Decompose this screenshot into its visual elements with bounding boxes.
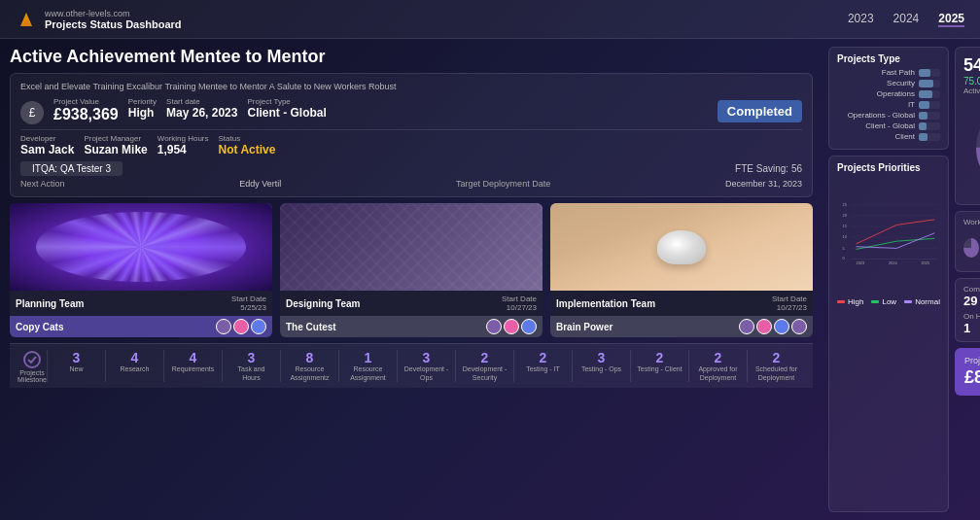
planning-start-date: 5/25/23	[240, 303, 266, 312]
year-2025[interactable]: 2025	[938, 12, 964, 27]
page-title: Active Achievement Mentee to Mentor	[10, 47, 813, 67]
bar-row-6: Client	[837, 132, 940, 141]
team-cards: Planning Team Start Date 5/25/23 Copy Ca…	[10, 203, 813, 337]
milestone-item-2: 4Requirements	[163, 350, 222, 382]
header: www.other-levels.com Projects Status Das…	[0, 0, 980, 39]
avatar-7	[739, 319, 754, 334]
avatar-3	[251, 319, 266, 334]
milestone-bar: Projects Milestone 3New4Research4Require…	[10, 343, 813, 388]
implementation-avatars	[739, 319, 807, 334]
svg-point-2	[24, 352, 40, 367]
designing-start-date: 10/27/23	[507, 303, 537, 312]
stats-grid: Completed 29 On Going 39 On Hold 1 Cance…	[955, 278, 980, 342]
start-date-label: Start date	[166, 97, 237, 106]
projects-value-card: Projects Values £80,361,252	[955, 348, 980, 396]
project-value-label: Project Value	[53, 97, 119, 106]
svg-text:15: 15	[843, 224, 847, 228]
header-url: www.other-levels.com	[45, 9, 182, 18]
legend-high: High	[837, 297, 863, 306]
bar-track-0	[919, 69, 940, 77]
bar-row-1: Security	[837, 79, 940, 87]
bar-fill-6	[919, 133, 928, 141]
bar-fill-4	[919, 112, 928, 120]
bar-track-6	[919, 133, 940, 141]
header-left: www.other-levels.com Projects Status Das…	[16, 9, 182, 30]
wh-title: Working Hours	[963, 218, 980, 226]
status-label: Status	[219, 134, 276, 143]
wh-row: 79,612 hrs. FTE Saving 11,376	[963, 230, 980, 265]
bars-container: Fast Path Security Operations IT Operati…	[837, 68, 940, 141]
design-graphic	[280, 203, 542, 291]
milestone-svg	[22, 350, 42, 369]
far-right-panel: 54 75.00% Active Projects 72 Total Proje…	[955, 39, 980, 520]
donut-container: 72 Total Projects	[972, 99, 980, 196]
left-panel: Active Achievement Mentee to Mentor Exce…	[0, 39, 822, 520]
main-content: Active Achievement Mentee to Mentor Exce…	[0, 39, 980, 520]
priorities-chart: 25 20 15 10 5 0 2023	[837, 177, 940, 294]
implementation-team-image	[550, 203, 813, 291]
hours-label: Working Hours	[158, 134, 209, 143]
priorities-title: Projects Priorities	[837, 162, 940, 173]
svg-text:5: 5	[843, 246, 845, 251]
developer-field: Developer Sam Jack	[20, 134, 74, 156]
avatar-1	[216, 319, 231, 334]
working-hours-card: Working Hours 79,612 hrs. FTE Saving 11,…	[955, 211, 980, 272]
start-date-field: Start date May 26, 2023	[166, 97, 237, 120]
middle-panel: Projects Type Fast Path Security Operati…	[822, 39, 955, 520]
implementation-start-label: Start Date	[772, 295, 807, 303]
avatar-10	[791, 319, 807, 334]
header-title: Projects Status Dashboard	[45, 18, 182, 30]
designing-avatars	[486, 319, 537, 334]
milestone-item-10: 2Testing - Client	[630, 350, 688, 382]
bar-track-3	[919, 101, 940, 109]
pm-field: Project Manager Suzan Mike	[84, 134, 147, 156]
year-2023[interactable]: 2023	[848, 12, 874, 27]
header-years: 2023 2024 2025	[848, 12, 964, 27]
pm-value: Suzan Mike	[84, 143, 147, 156]
svg-text:20: 20	[843, 213, 848, 218]
planning-project-name: Copy Cats	[16, 322, 63, 332]
donut-top: 54 75.00% Active Projects	[963, 55, 980, 95]
next-action-value: Eddy Vertil	[239, 179, 281, 189]
next-action-label: Next Action	[20, 179, 65, 189]
bar-track-5	[919, 122, 940, 130]
designing-team-image	[280, 203, 542, 291]
onhold-stat: On Hold 1	[963, 312, 980, 335]
year-2024[interactable]: 2024	[893, 12, 920, 27]
projects-type-title: Projects Type	[837, 53, 940, 64]
designing-team-card: Designing Team Start Date 10/27/23 The C…	[280, 203, 542, 337]
designing-team-name: Designing Team	[286, 298, 361, 309]
svg-text:2025: 2025	[921, 260, 929, 265]
bar-label-2: Operations	[837, 89, 915, 98]
implementation-team-footer: Implementation Team Start Date 10/27/23	[550, 291, 813, 316]
priorities-svg: 25 20 15 10 5 0 2023	[837, 177, 940, 284]
completed-value: 29	[963, 294, 980, 308]
bar-fill-3	[919, 101, 929, 109]
designing-team-bottom: The Cutest	[280, 316, 542, 337]
developer-value: Sam Jack	[20, 143, 74, 156]
planning-team-bottom: Copy Cats	[10, 316, 272, 337]
status-badge: Completed	[718, 100, 802, 122]
pv-label: Projects Values	[964, 356, 980, 365]
priority-value: High	[128, 106, 157, 120]
onhold-value: 1	[963, 321, 980, 335]
milestone-item-6: 3Development - Ops	[397, 350, 455, 382]
legend-low-dot	[871, 300, 879, 303]
avatar-4	[486, 319, 502, 334]
bar-row-0: Fast Path	[837, 68, 940, 77]
designing-start-label: Start Date	[502, 295, 537, 303]
svg-text:2024: 2024	[889, 260, 897, 265]
active-pct: 75.00%	[963, 76, 980, 87]
next-action-row: Next Action Eddy Vertil Target Deploymen…	[20, 179, 802, 189]
bar-fill-0	[919, 69, 930, 77]
bar-fill-5	[919, 122, 927, 130]
wh-circle	[963, 238, 979, 258]
milestone-item-12: 2Scheduled for Deployment	[747, 350, 805, 382]
start-date-value: May 26, 2023	[166, 106, 237, 120]
planning-team-name: Planning Team	[16, 298, 84, 309]
completed-stat: Completed 29	[963, 285, 980, 308]
planning-team-footer: Planning Team Start Date 5/25/23	[10, 291, 272, 316]
milestone-item-9: 3Testing - Ops	[572, 350, 630, 382]
planning-team-image	[10, 203, 272, 291]
svg-text:0: 0	[843, 256, 846, 260]
